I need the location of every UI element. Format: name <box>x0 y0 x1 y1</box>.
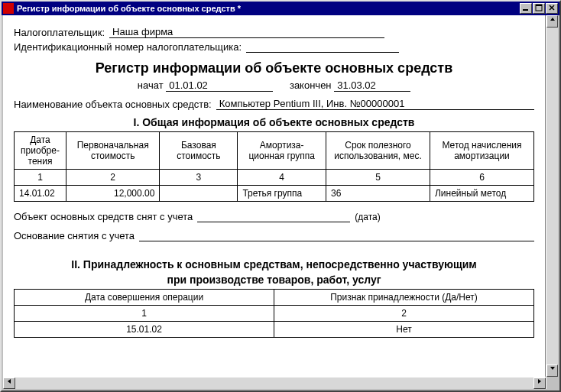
table-data-row: 15.01.02 Нет <box>15 322 534 338</box>
end-label: закончен <box>290 79 332 91</box>
cell: 36 <box>326 186 430 202</box>
cell: 15.01.02 <box>15 322 274 338</box>
cell: Третья группа <box>238 186 326 202</box>
document-viewport: Налогоплательщик: Наша фирма Идентификац… <box>3 15 546 389</box>
removed-value <box>197 212 350 222</box>
table-general-info: Дата приобре- тения Первоначальная стоим… <box>14 131 534 202</box>
table-header-row: Дата приобре- тения Первоначальная стоим… <box>15 132 534 170</box>
basis-value <box>139 231 534 241</box>
col-num: 5 <box>326 170 430 186</box>
col-header: Дата совершения операции <box>15 290 274 306</box>
vertical-scroll-track[interactable] <box>546 28 558 364</box>
app-window: Регистр информации об объекте основных с… <box>0 0 561 392</box>
main-title: Регистр информации об объекте основных с… <box>14 60 534 76</box>
vertical-scrollbar[interactable] <box>546 15 558 389</box>
section2-title-line1: II. Принадлежность к основным средствам,… <box>14 258 534 271</box>
taxpayer-label: Налогоплательщик: <box>14 27 105 38</box>
svg-rect-0 <box>523 9 528 11</box>
object-label: Наименование объекта основных средств: <box>14 99 212 110</box>
col-num: 4 <box>238 170 326 186</box>
cell: Линейный метод <box>430 186 533 202</box>
start-date: 01.01.02 <box>166 79 273 92</box>
close-button[interactable] <box>546 3 558 14</box>
col-num: 6 <box>430 170 533 186</box>
horizontal-scroll-track[interactable] <box>15 377 533 389</box>
taxpayer-value: Наша фирма <box>109 26 384 38</box>
app-icon <box>3 3 14 14</box>
basis-label: Основание снятия с учета <box>14 230 135 241</box>
col-num: 3 <box>160 170 238 186</box>
table-header-row: Дата совершения операции Признак принадл… <box>15 290 534 306</box>
col-header: Первоначальная стоимость <box>66 132 160 170</box>
titlebar: Регистр информации об объекте основных с… <box>2 2 559 15</box>
section1-title: I. Общая информация об объекте основных … <box>14 116 534 128</box>
client-area: Налогоплательщик: Наша фирма Идентификац… <box>3 15 558 389</box>
col-num: 2 <box>66 170 160 186</box>
minimize-button[interactable] <box>520 3 532 14</box>
object-value: Компьютер Pentium III, Инв. №00000001 <box>216 98 534 110</box>
svg-marker-6 <box>550 367 555 370</box>
scroll-left-button[interactable] <box>3 377 15 389</box>
table-number-row: 1 2 3 4 5 6 <box>15 170 534 186</box>
date-caption: (дата) <box>355 212 380 222</box>
col-header: Признак принадлежности (Да/Нет) <box>274 290 534 306</box>
cell: 14.01.02 <box>15 186 66 202</box>
scroll-right-button[interactable] <box>533 377 546 389</box>
scroll-down-button[interactable] <box>546 364 558 377</box>
tin-value <box>246 42 399 53</box>
col-header: Метод начисления амортизации <box>430 132 533 170</box>
cell: 12,000.00 <box>66 186 160 202</box>
svg-marker-8 <box>538 379 541 384</box>
horizontal-scrollbar[interactable] <box>3 377 546 389</box>
svg-rect-2 <box>536 5 542 6</box>
col-header: Дата приобре- тения <box>15 132 66 170</box>
col-num: 1 <box>15 306 274 322</box>
end-date: 31.03.02 <box>334 79 410 92</box>
tin-label: Идентификационный номер налогоплательщик… <box>14 41 242 53</box>
cell <box>160 186 238 202</box>
col-header: Базовая стоимость <box>160 132 238 170</box>
svg-marker-5 <box>550 18 555 21</box>
col-header: Срок полезного использования, мес. <box>326 132 430 170</box>
col-num: 2 <box>274 306 534 322</box>
section2-title-line2: при производстве товаров, работ, услуг <box>14 274 534 286</box>
table-number-row: 1 2 <box>15 306 534 322</box>
window-title: Регистр информации об объекте основных с… <box>17 4 519 13</box>
col-num: 1 <box>15 170 66 186</box>
document-content: Налогоплательщик: Наша фирма Идентификац… <box>3 15 545 345</box>
start-label: начат <box>138 79 164 91</box>
svg-marker-7 <box>8 379 11 384</box>
col-header: Амортиза- ционная группа <box>238 132 326 170</box>
cell: Нет <box>274 322 534 338</box>
removed-label: Объект основных средств снят с учета <box>14 211 193 222</box>
maximize-button[interactable] <box>533 3 545 14</box>
scroll-up-button[interactable] <box>546 15 558 28</box>
table-membership: Дата совершения операции Признак принадл… <box>14 289 534 338</box>
table-data-row: 14.01.02 12,000.00 Третья группа 36 Лине… <box>15 186 534 202</box>
